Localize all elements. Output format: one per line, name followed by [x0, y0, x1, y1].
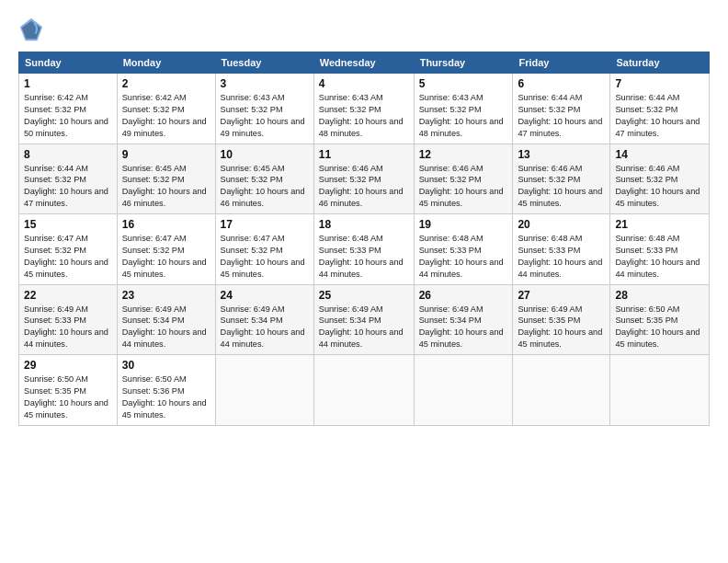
calendar-cell: 24 Sunrise: 6:49 AMSunset: 5:34 PMDaylig…: [215, 284, 313, 355]
day-info: Sunrise: 6:45 AMSunset: 5:32 PMDaylight:…: [122, 163, 210, 211]
weekday-header: Thursday: [414, 52, 513, 74]
day-number: 22: [24, 289, 112, 302]
calendar-cell: 26 Sunrise: 6:49 AMSunset: 5:34 PMDaylig…: [414, 284, 513, 355]
calendar: SundayMondayTuesdayWednesdayThursdayFrid…: [18, 52, 710, 426]
calendar-cell: 7 Sunrise: 6:44 AMSunset: 5:32 PMDayligh…: [610, 74, 710, 144]
calendar-cell: [313, 355, 414, 426]
calendar-cell: 12 Sunrise: 6:46 AMSunset: 5:32 PMDaylig…: [414, 144, 513, 214]
day-info: Sunrise: 6:44 AMSunset: 5:32 PMDaylight:…: [518, 92, 605, 140]
day-number: 21: [615, 218, 704, 231]
day-info: Sunrise: 6:50 AMSunset: 5:35 PMDaylight:…: [615, 304, 704, 351]
calendar-cell: 21 Sunrise: 6:48 AMSunset: 5:33 PMDaylig…: [610, 214, 710, 285]
calendar-cell: 13 Sunrise: 6:46 AMSunset: 5:32 PMDaylig…: [513, 144, 610, 214]
calendar-cell: 25 Sunrise: 6:49 AMSunset: 5:34 PMDaylig…: [313, 284, 414, 355]
day-number: 14: [615, 148, 704, 161]
calendar-cell: 20 Sunrise: 6:48 AMSunset: 5:33 PMDaylig…: [513, 214, 610, 285]
day-number: 7: [615, 77, 704, 90]
day-info: Sunrise: 6:46 AMSunset: 5:32 PMDaylight:…: [319, 163, 409, 211]
day-info: Sunrise: 6:48 AMSunset: 5:33 PMDaylight:…: [319, 233, 409, 281]
day-number: 18: [319, 218, 409, 231]
calendar-cell: 28 Sunrise: 6:50 AMSunset: 5:35 PMDaylig…: [610, 284, 710, 355]
calendar-cell: 19 Sunrise: 6:48 AMSunset: 5:33 PMDaylig…: [414, 214, 513, 285]
weekday-header: Monday: [117, 52, 215, 74]
calendar-week-row: 22 Sunrise: 6:49 AMSunset: 5:33 PMDaylig…: [19, 284, 710, 355]
logo-icon: [18, 17, 44, 42]
day-info: Sunrise: 6:49 AMSunset: 5:34 PMDaylight:…: [419, 304, 508, 351]
day-number: 12: [419, 148, 508, 161]
weekday-header: Saturday: [610, 52, 710, 74]
calendar-cell: 22 Sunrise: 6:49 AMSunset: 5:33 PMDaylig…: [19, 284, 118, 355]
calendar-cell: [610, 355, 710, 426]
day-info: Sunrise: 6:48 AMSunset: 5:33 PMDaylight:…: [419, 233, 508, 281]
calendar-cell: 29 Sunrise: 6:50 AMSunset: 5:35 PMDaylig…: [19, 355, 118, 426]
calendar-cell: [513, 355, 610, 426]
day-info: Sunrise: 6:44 AMSunset: 5:32 PMDaylight:…: [24, 163, 112, 211]
calendar-cell: 3 Sunrise: 6:43 AMSunset: 5:32 PMDayligh…: [215, 74, 313, 144]
day-number: 29: [24, 359, 112, 372]
calendar-cell: 6 Sunrise: 6:44 AMSunset: 5:32 PMDayligh…: [513, 74, 610, 144]
calendar-cell: 27 Sunrise: 6:49 AMSunset: 5:35 PMDaylig…: [513, 284, 610, 355]
day-number: 9: [122, 148, 210, 161]
day-info: Sunrise: 6:47 AMSunset: 5:32 PMDaylight:…: [122, 233, 210, 281]
calendar-cell: [215, 355, 313, 426]
day-number: 20: [518, 218, 605, 231]
calendar-cell: 23 Sunrise: 6:49 AMSunset: 5:34 PMDaylig…: [117, 284, 215, 355]
day-info: Sunrise: 6:47 AMSunset: 5:32 PMDaylight:…: [221, 233, 309, 281]
day-number: 17: [221, 218, 309, 231]
day-number: 13: [518, 148, 605, 161]
day-info: Sunrise: 6:43 AMSunset: 5:32 PMDaylight:…: [419, 92, 508, 140]
weekday-header: Sunday: [19, 52, 118, 74]
day-number: 5: [419, 77, 508, 90]
calendar-week-row: 8 Sunrise: 6:44 AMSunset: 5:32 PMDayligh…: [19, 144, 710, 214]
day-number: 16: [122, 218, 210, 231]
day-info: Sunrise: 6:49 AMSunset: 5:35 PMDaylight:…: [518, 304, 605, 351]
day-number: 30: [122, 359, 210, 372]
day-info: Sunrise: 6:46 AMSunset: 5:32 PMDaylight:…: [419, 163, 508, 211]
day-info: Sunrise: 6:48 AMSunset: 5:33 PMDaylight:…: [615, 233, 704, 281]
day-number: 24: [221, 289, 309, 302]
day-number: 1: [24, 77, 112, 90]
day-info: Sunrise: 6:47 AMSunset: 5:32 PMDaylight:…: [24, 233, 112, 281]
day-number: 2: [122, 77, 210, 90]
day-info: Sunrise: 6:44 AMSunset: 5:32 PMDaylight:…: [615, 92, 704, 140]
day-number: 3: [221, 77, 309, 90]
weekday-header: Wednesday: [313, 52, 414, 74]
calendar-cell: 10 Sunrise: 6:45 AMSunset: 5:32 PMDaylig…: [215, 144, 313, 214]
calendar-cell: 8 Sunrise: 6:44 AMSunset: 5:32 PMDayligh…: [19, 144, 118, 214]
day-info: Sunrise: 6:46 AMSunset: 5:32 PMDaylight:…: [615, 163, 704, 211]
calendar-cell: 30 Sunrise: 6:50 AMSunset: 5:36 PMDaylig…: [117, 355, 215, 426]
calendar-cell: 4 Sunrise: 6:43 AMSunset: 5:32 PMDayligh…: [313, 74, 414, 144]
logo: [18, 17, 48, 42]
day-number: 28: [615, 289, 704, 302]
calendar-cell: 11 Sunrise: 6:46 AMSunset: 5:32 PMDaylig…: [313, 144, 414, 214]
day-number: 6: [518, 77, 605, 90]
calendar-cell: [414, 355, 513, 426]
page: SundayMondayTuesdayWednesdayThursdayFrid…: [0, 0, 728, 563]
day-number: 15: [24, 218, 112, 231]
day-info: Sunrise: 6:49 AMSunset: 5:33 PMDaylight:…: [24, 304, 112, 351]
day-number: 23: [122, 289, 210, 302]
calendar-cell: 9 Sunrise: 6:45 AMSunset: 5:32 PMDayligh…: [117, 144, 215, 214]
day-info: Sunrise: 6:43 AMSunset: 5:32 PMDaylight:…: [319, 92, 409, 140]
day-info: Sunrise: 6:49 AMSunset: 5:34 PMDaylight:…: [319, 304, 409, 351]
day-info: Sunrise: 6:50 AMSunset: 5:36 PMDaylight:…: [122, 373, 210, 421]
day-number: 11: [319, 148, 409, 161]
day-number: 8: [24, 148, 112, 161]
day-info: Sunrise: 6:43 AMSunset: 5:32 PMDaylight:…: [221, 92, 309, 140]
day-number: 26: [419, 289, 508, 302]
day-number: 19: [419, 218, 508, 231]
calendar-week-row: 1 Sunrise: 6:42 AMSunset: 5:32 PMDayligh…: [19, 74, 710, 144]
calendar-cell: 15 Sunrise: 6:47 AMSunset: 5:32 PMDaylig…: [19, 214, 118, 285]
calendar-cell: 1 Sunrise: 6:42 AMSunset: 5:32 PMDayligh…: [19, 74, 118, 144]
calendar-cell: 5 Sunrise: 6:43 AMSunset: 5:32 PMDayligh…: [414, 74, 513, 144]
day-number: 10: [221, 148, 309, 161]
day-number: 4: [319, 77, 409, 90]
day-number: 25: [319, 289, 409, 302]
calendar-cell: 18 Sunrise: 6:48 AMSunset: 5:33 PMDaylig…: [313, 214, 414, 285]
day-info: Sunrise: 6:42 AMSunset: 5:32 PMDaylight:…: [122, 92, 210, 140]
day-info: Sunrise: 6:49 AMSunset: 5:34 PMDaylight:…: [221, 304, 309, 351]
day-info: Sunrise: 6:42 AMSunset: 5:32 PMDaylight:…: [24, 92, 112, 140]
calendar-cell: 2 Sunrise: 6:42 AMSunset: 5:32 PMDayligh…: [117, 74, 215, 144]
weekday-header: Tuesday: [215, 52, 313, 74]
header: [18, 17, 710, 42]
